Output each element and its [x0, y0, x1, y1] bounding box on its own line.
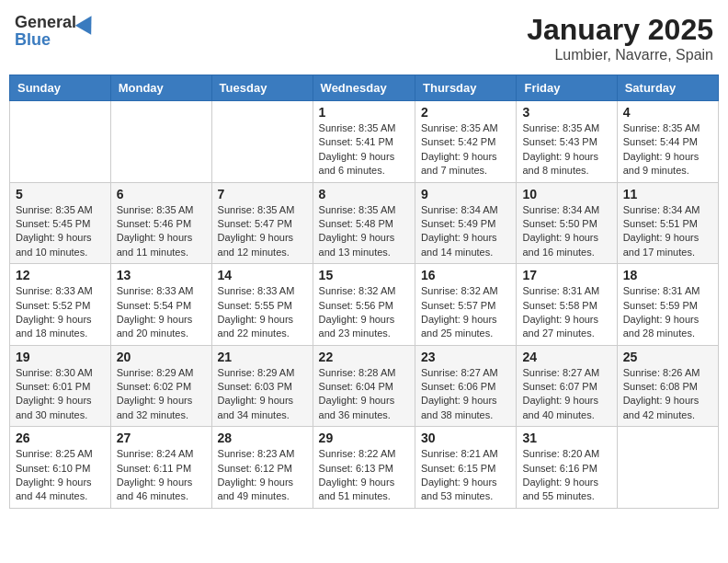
calendar-cell: 17Sunrise: 8:31 AM Sunset: 5:58 PM Dayli…: [517, 264, 617, 346]
day-info: Sunrise: 8:35 AM Sunset: 5:44 PM Dayligh…: [623, 121, 712, 178]
day-number: 6: [117, 187, 206, 201]
logo-blue-text: Blue: [15, 30, 51, 50]
calendar-cell: 29Sunrise: 8:22 AM Sunset: 6:13 PM Dayli…: [313, 427, 415, 509]
logo-general-text: General: [15, 13, 76, 32]
calendar-cell: 2Sunrise: 8:35 AM Sunset: 5:42 PM Daylig…: [415, 101, 517, 183]
day-number: 22: [319, 350, 409, 364]
day-number: 11: [623, 187, 712, 201]
day-info: Sunrise: 8:29 AM Sunset: 6:02 PM Dayligh…: [117, 366, 206, 423]
calendar-cell: 19Sunrise: 8:30 AM Sunset: 6:01 PM Dayli…: [10, 345, 111, 427]
calendar-cell: 16Sunrise: 8:32 AM Sunset: 5:57 PM Dayli…: [415, 264, 517, 346]
calendar-header-monday: Monday: [110, 75, 211, 101]
day-info: Sunrise: 8:27 AM Sunset: 6:07 PM Dayligh…: [522, 366, 610, 423]
calendar-cell: 14Sunrise: 8:33 AM Sunset: 5:55 PM Dayli…: [211, 264, 313, 346]
day-info: Sunrise: 8:27 AM Sunset: 6:06 PM Dayligh…: [421, 366, 510, 423]
day-info: Sunrise: 8:25 AM Sunset: 6:10 PM Dayligh…: [16, 447, 105, 504]
day-number: 29: [319, 431, 409, 445]
calendar-cell: 21Sunrise: 8:29 AM Sunset: 6:03 PM Dayli…: [211, 345, 313, 427]
day-number: 4: [623, 105, 712, 120]
header: General Blue January 2025 Lumbier, Navar…: [9, 9, 719, 67]
calendar-cell: 11Sunrise: 8:34 AM Sunset: 5:51 PM Dayli…: [617, 182, 718, 264]
calendar-cell: 4Sunrise: 8:35 AM Sunset: 5:44 PM Daylig…: [617, 101, 718, 183]
day-info: Sunrise: 8:22 AM Sunset: 6:13 PM Dayligh…: [319, 447, 409, 504]
calendar-cell: [10, 101, 111, 183]
day-info: Sunrise: 8:34 AM Sunset: 5:49 PM Dayligh…: [421, 203, 510, 260]
calendar-cell: [617, 427, 718, 509]
calendar-cell: 27Sunrise: 8:24 AM Sunset: 6:11 PM Dayli…: [110, 427, 211, 509]
day-info: Sunrise: 8:35 AM Sunset: 5:46 PM Dayligh…: [117, 203, 206, 260]
calendar-cell: 3Sunrise: 8:35 AM Sunset: 5:43 PM Daylig…: [517, 101, 617, 183]
calendar-header-saturday: Saturday: [617, 75, 718, 101]
calendar-header-friday: Friday: [517, 75, 617, 101]
day-number: 24: [522, 350, 610, 364]
calendar-week-row: 26Sunrise: 8:25 AM Sunset: 6:10 PM Dayli…: [10, 427, 719, 509]
calendar-cell: 22Sunrise: 8:28 AM Sunset: 6:04 PM Dayli…: [313, 345, 415, 427]
calendar-cell: 18Sunrise: 8:31 AM Sunset: 5:59 PM Dayli…: [617, 264, 718, 346]
day-info: Sunrise: 8:23 AM Sunset: 6:12 PM Dayligh…: [218, 447, 307, 504]
calendar-cell: 23Sunrise: 8:27 AM Sunset: 6:06 PM Dayli…: [415, 345, 517, 427]
calendar-cell: 15Sunrise: 8:32 AM Sunset: 5:56 PM Dayli…: [313, 264, 415, 346]
calendar-cell: 20Sunrise: 8:29 AM Sunset: 6:02 PM Dayli…: [110, 345, 211, 427]
day-info: Sunrise: 8:32 AM Sunset: 5:57 PM Dayligh…: [421, 284, 510, 341]
day-info: Sunrise: 8:35 AM Sunset: 5:42 PM Dayligh…: [421, 121, 510, 178]
day-info: Sunrise: 8:24 AM Sunset: 6:11 PM Dayligh…: [117, 447, 206, 504]
calendar-cell: 24Sunrise: 8:27 AM Sunset: 6:07 PM Dayli…: [517, 345, 617, 427]
day-number: 18: [623, 268, 712, 282]
calendar-cell: 12Sunrise: 8:33 AM Sunset: 5:52 PM Dayli…: [10, 264, 111, 346]
day-number: 2: [421, 105, 510, 120]
day-number: 1: [319, 105, 409, 120]
calendar-cell: 6Sunrise: 8:35 AM Sunset: 5:46 PM Daylig…: [110, 182, 211, 264]
day-info: Sunrise: 8:34 AM Sunset: 5:51 PM Dayligh…: [623, 203, 712, 260]
title-area: January 2025 Lumbier, Navarre, Spain: [527, 13, 713, 63]
calendar-header-tuesday: Tuesday: [211, 75, 313, 101]
calendar-header-sunday: Sunday: [10, 75, 111, 101]
day-number: 8: [319, 187, 409, 201]
calendar-header-thursday: Thursday: [415, 75, 517, 101]
calendar-cell: 26Sunrise: 8:25 AM Sunset: 6:10 PM Dayli…: [10, 427, 111, 509]
calendar-cell: 8Sunrise: 8:35 AM Sunset: 5:48 PM Daylig…: [313, 182, 415, 264]
calendar-cell: 7Sunrise: 8:35 AM Sunset: 5:47 PM Daylig…: [211, 182, 313, 264]
day-info: Sunrise: 8:31 AM Sunset: 5:59 PM Dayligh…: [623, 284, 712, 341]
calendar-cell: 25Sunrise: 8:26 AM Sunset: 6:08 PM Dayli…: [617, 345, 718, 427]
day-info: Sunrise: 8:35 AM Sunset: 5:41 PM Dayligh…: [319, 121, 409, 178]
day-number: 14: [218, 268, 307, 282]
day-info: Sunrise: 8:32 AM Sunset: 5:56 PM Dayligh…: [319, 284, 409, 341]
day-info: Sunrise: 8:33 AM Sunset: 5:55 PM Dayligh…: [218, 284, 307, 341]
day-number: 13: [117, 268, 206, 282]
day-info: Sunrise: 8:21 AM Sunset: 6:15 PM Dayligh…: [421, 447, 510, 504]
day-number: 25: [623, 350, 712, 364]
day-number: 21: [218, 350, 307, 364]
calendar-cell: 28Sunrise: 8:23 AM Sunset: 6:12 PM Dayli…: [211, 427, 313, 509]
day-info: Sunrise: 8:30 AM Sunset: 6:01 PM Dayligh…: [16, 366, 105, 423]
calendar-table: SundayMondayTuesdayWednesdayThursdayFrid…: [9, 75, 719, 509]
calendar-cell: 9Sunrise: 8:34 AM Sunset: 5:49 PM Daylig…: [415, 182, 517, 264]
day-number: 12: [16, 268, 105, 282]
day-info: Sunrise: 8:35 AM Sunset: 5:43 PM Dayligh…: [522, 121, 610, 178]
day-number: 17: [522, 268, 610, 282]
calendar-week-row: 12Sunrise: 8:33 AM Sunset: 5:52 PM Dayli…: [10, 264, 719, 346]
day-number: 27: [117, 431, 206, 445]
calendar-cell: 30Sunrise: 8:21 AM Sunset: 6:15 PM Dayli…: [415, 427, 517, 509]
calendar-header-wednesday: Wednesday: [313, 75, 415, 101]
day-number: 15: [319, 268, 409, 282]
day-info: Sunrise: 8:26 AM Sunset: 6:08 PM Dayligh…: [623, 366, 712, 423]
day-number: 23: [421, 350, 510, 364]
calendar-cell: [110, 101, 211, 183]
day-info: Sunrise: 8:35 AM Sunset: 5:48 PM Dayligh…: [319, 203, 409, 260]
day-info: Sunrise: 8:35 AM Sunset: 5:45 PM Dayligh…: [16, 203, 105, 260]
calendar-cell: 5Sunrise: 8:35 AM Sunset: 5:45 PM Daylig…: [10, 182, 111, 264]
day-info: Sunrise: 8:33 AM Sunset: 5:52 PM Dayligh…: [16, 284, 105, 341]
calendar-week-row: 19Sunrise: 8:30 AM Sunset: 6:01 PM Dayli…: [10, 345, 719, 427]
calendar-cell: 13Sunrise: 8:33 AM Sunset: 5:54 PM Dayli…: [110, 264, 211, 346]
day-info: Sunrise: 8:33 AM Sunset: 5:54 PM Dayligh…: [117, 284, 206, 341]
day-number: 16: [421, 268, 510, 282]
day-number: 28: [218, 431, 307, 445]
day-number: 10: [522, 187, 610, 201]
day-number: 7: [218, 187, 307, 201]
day-info: Sunrise: 8:29 AM Sunset: 6:03 PM Dayligh…: [218, 366, 307, 423]
calendar-cell: 10Sunrise: 8:34 AM Sunset: 5:50 PM Dayli…: [517, 182, 617, 264]
day-number: 20: [117, 350, 206, 364]
day-number: 5: [16, 187, 105, 201]
day-number: 31: [522, 431, 610, 445]
calendar-cell: [211, 101, 313, 183]
